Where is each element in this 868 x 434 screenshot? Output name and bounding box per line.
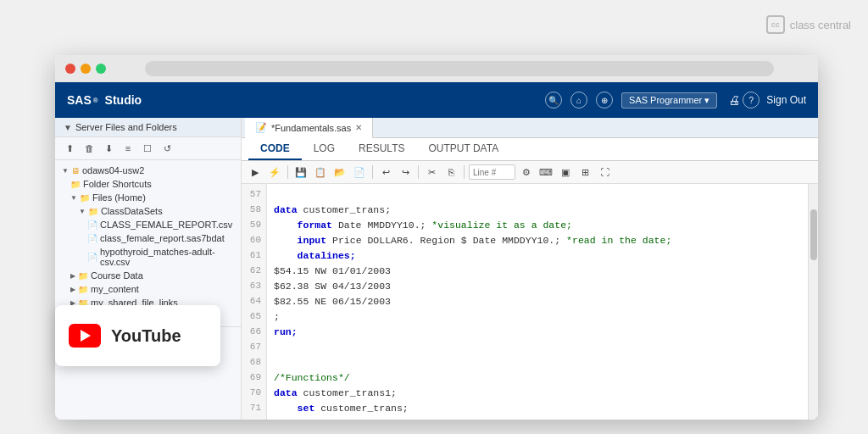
toolbar-separator bbox=[372, 165, 373, 179]
line-number: 70 bbox=[247, 386, 261, 401]
tree-item-server[interactable]: ▼ 🖥 odaws04-usw2 bbox=[55, 164, 241, 177]
delete-button[interactable]: 🗑 bbox=[81, 141, 97, 156]
expand-arrow: ▼ bbox=[79, 208, 86, 215]
tab-code[interactable]: CODE bbox=[248, 138, 302, 160]
code-line: set customer_trans; bbox=[274, 401, 801, 416]
upload-button[interactable]: ⬆ bbox=[62, 141, 77, 156]
sas-header: SAS® Studio 🔍 ⌂ ⊕ SAS Programmer ▾ 🖨 ? S… bbox=[55, 82, 818, 118]
line-number: 62 bbox=[247, 264, 261, 279]
youtube-label: YouTube bbox=[111, 326, 181, 346]
expand-arrow: ▶ bbox=[70, 286, 75, 293]
new-folder-button[interactable]: ☐ bbox=[140, 141, 155, 156]
settings-button[interactable]: ⚙ bbox=[518, 164, 535, 181]
address-bar[interactable] bbox=[145, 61, 774, 76]
browser-dot-red[interactable] bbox=[65, 64, 75, 74]
expand-arrow: ▼ bbox=[70, 194, 77, 202]
browser-dot-green[interactable] bbox=[96, 64, 106, 74]
tree-item-course-data[interactable]: ▶ 📁 Course Data bbox=[55, 269, 241, 282]
cut-button[interactable]: ✂ bbox=[423, 164, 440, 181]
more-button1[interactable]: ▣ bbox=[557, 164, 574, 181]
browser-chrome bbox=[55, 55, 818, 82]
sidebar-title: Server Files and Folders bbox=[75, 122, 177, 132]
save-button[interactable]: 💾 bbox=[292, 164, 309, 181]
tree-item-classdatasets[interactable]: ▼ 📁 ClassDataSets bbox=[55, 204, 241, 218]
tab-output-data[interactable]: OUTPUT DATA bbox=[416, 138, 510, 160]
tree-item-folder-shortcuts[interactable]: 📁 Folder Shortcuts bbox=[55, 177, 241, 191]
file-icon: 📄 bbox=[87, 234, 97, 243]
copy-button[interactable]: ⎘ bbox=[442, 164, 459, 181]
line-number: 64 bbox=[247, 294, 261, 309]
tree-item-files-home[interactable]: ▼ 📁 Files (Home) bbox=[55, 191, 241, 204]
tab-close-icon[interactable]: ✕ bbox=[355, 123, 362, 132]
editor-area: 📝 *Fundamentals.sas ✕ CODE LOG RESULTS O… bbox=[242, 118, 818, 420]
folder-icon: 📁 bbox=[78, 271, 88, 281]
line-number: 59 bbox=[247, 218, 261, 233]
brand-label: class central bbox=[790, 19, 851, 31]
home-icon[interactable]: ⌂ bbox=[570, 92, 587, 108]
file-icon: 📄 bbox=[87, 253, 97, 262]
toolbar-separator bbox=[287, 165, 288, 179]
redo-button[interactable]: ↪ bbox=[397, 164, 414, 181]
tree-item-hypothyroid[interactable]: 📄 hypothyroid_matches-adult-csv.csv bbox=[55, 245, 241, 269]
line-number: 72 bbox=[247, 416, 261, 420]
code-line: $62.38 SW 04/13/2003 bbox=[274, 279, 801, 294]
line-number: 67 bbox=[247, 340, 261, 355]
code-line bbox=[274, 340, 801, 355]
open-button[interactable]: 📂 bbox=[331, 164, 348, 181]
new-button[interactable]: 📄 bbox=[351, 164, 368, 181]
tab-log[interactable]: LOG bbox=[302, 138, 347, 160]
properties-button[interactable]: ≡ bbox=[120, 141, 136, 156]
scrollbar-thumb[interactable] bbox=[810, 209, 817, 260]
code-content[interactable]: data customer_trans; format Date MMDDYY1… bbox=[267, 184, 808, 420]
course-data-label: Course Data bbox=[91, 270, 143, 281]
code-line: datalines; bbox=[274, 248, 801, 264]
line-number: 57 bbox=[247, 187, 261, 203]
code-line: data customer_trans; bbox=[274, 203, 801, 218]
expand-button[interactable]: ⛶ bbox=[596, 164, 613, 181]
code-line bbox=[274, 355, 801, 370]
more-button2[interactable]: ⊞ bbox=[576, 164, 593, 181]
my-content-label: my_content bbox=[91, 284, 139, 294]
line-number-input[interactable] bbox=[469, 164, 515, 180]
tree-item-class-female-report-sas7bdat[interactable]: 📄 class_female_report.sas7bdat bbox=[55, 231, 241, 245]
editor-tabs: 📝 *Fundamentals.sas ✕ bbox=[242, 118, 818, 138]
folder-icon: 📁 bbox=[78, 285, 88, 294]
run-region-button[interactable]: ⚡ bbox=[266, 164, 283, 181]
editor-toolbar: ▶ ⚡ 💾 📋 📂 📄 ↩ ↪ ✂ ⎘ ⚙ ⌨ ▣ ⊞ ⛶ bbox=[242, 161, 818, 184]
file-icon: 📄 bbox=[87, 220, 97, 230]
undo-button[interactable]: ↩ bbox=[377, 164, 394, 181]
folder-shortcuts-label: Folder Shortcuts bbox=[83, 179, 152, 189]
save-as-button[interactable]: 📋 bbox=[312, 164, 329, 181]
server-label: odaws04-usw2 bbox=[82, 165, 144, 175]
watermark: cc class central bbox=[766, 15, 851, 34]
help-icon[interactable]: ? bbox=[743, 92, 760, 108]
tab-results[interactable]: RESULTS bbox=[347, 138, 416, 160]
format-button[interactable]: ⌨ bbox=[537, 164, 554, 181]
server-icon: 🖥 bbox=[71, 166, 80, 175]
code-line: $54.15 NW 01/01/2003 bbox=[274, 264, 801, 279]
run-button[interactable]: ▶ bbox=[247, 164, 264, 181]
line-number: 58 bbox=[247, 203, 261, 218]
expand-arrow: ▼ bbox=[62, 167, 69, 175]
code-editor[interactable]: 5758596061626364656667686970717273747576… bbox=[242, 184, 818, 420]
refresh-button[interactable]: ↺ bbox=[159, 141, 175, 156]
tree-item-class-female-report-csv[interactable]: 📄 CLASS_FEMALE_REPORT.csv bbox=[55, 218, 241, 231]
programmer-button[interactable]: SAS Programmer ▾ bbox=[621, 92, 717, 108]
file-label: class_female_report.sas7bdat bbox=[100, 233, 225, 243]
browser-dot-yellow[interactable] bbox=[81, 64, 91, 74]
youtube-play-button[interactable] bbox=[69, 324, 101, 348]
tree-item-my-content[interactable]: ▶ 📁 my_content bbox=[55, 282, 241, 296]
search-icon[interactable]: 🔍 bbox=[545, 92, 562, 108]
file-tab-fundamentals[interactable]: 📝 *Fundamentals.sas ✕ bbox=[245, 118, 373, 138]
code-line: data customer_trans1; bbox=[274, 386, 801, 401]
code-line bbox=[274, 187, 801, 203]
file-tab-label: *Fundamentals.sas bbox=[271, 123, 351, 133]
globe-icon[interactable]: ⊕ bbox=[596, 92, 613, 108]
sidebar-collapse-arrow[interactable]: ▼ bbox=[64, 123, 72, 132]
download-button[interactable]: ⬇ bbox=[101, 141, 116, 156]
sidebar: ▼ Server Files and Folders ⬆ 🗑 ⬇ ≡ ☐ ↺ ▼… bbox=[55, 118, 242, 420]
folder-icon: 📁 bbox=[70, 180, 81, 189]
print-icon[interactable]: 🖨 bbox=[726, 92, 743, 108]
editor-scrollbar[interactable] bbox=[808, 184, 818, 420]
sign-out-button[interactable]: Sign Out bbox=[766, 94, 806, 106]
